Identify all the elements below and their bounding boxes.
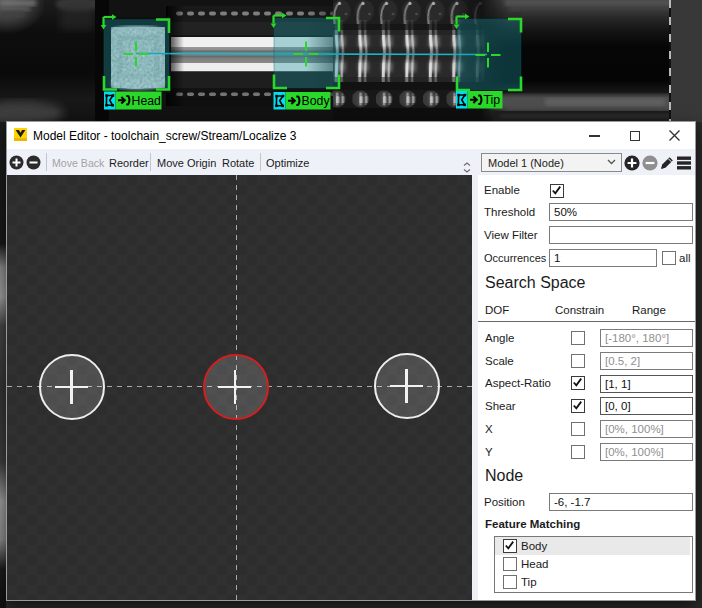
svg-text:Body: Body <box>302 94 331 108</box>
svg-text:Tip: Tip <box>484 93 501 107</box>
svg-text:Head: Head <box>132 94 162 108</box>
